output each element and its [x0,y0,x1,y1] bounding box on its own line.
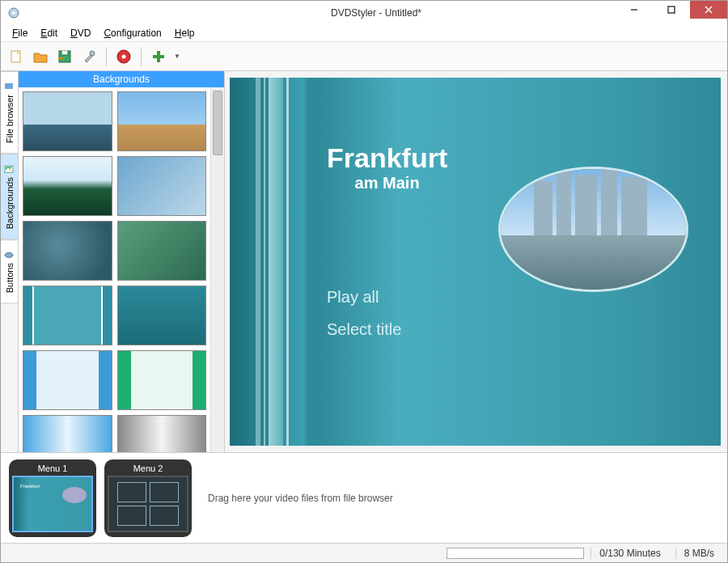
close-button[interactable] [690,1,727,19]
decor-stripe [269,78,283,446]
background-thumb[interactable] [117,156,207,216]
svg-rect-14 [6,83,14,89]
menu-thumb-1[interactable]: Menu 1 Frankfurt [9,459,96,537]
menu-help[interactable]: Help [168,26,201,40]
background-thumb[interactable] [23,415,112,452]
tab-buttons[interactable]: Buttons [1,239,18,303]
app-window: DVDStyler - Untitled* File Edit DVD Conf… [0,0,728,563]
image-icon [5,164,15,174]
app-icon [7,6,20,19]
burn-button[interactable] [113,46,134,67]
window-controls [616,1,727,19]
background-thumb[interactable] [117,415,207,452]
side-panel: Backgrounds [19,71,225,452]
timeline-strip[interactable]: Menu 1 Frankfurt Menu 2 Drag here your v… [1,452,727,543]
svg-rect-6 [11,51,20,62]
open-button[interactable] [30,46,51,67]
menu-title: Frankfurt [327,142,447,174]
background-thumb[interactable] [23,286,112,345]
titlebar: DVDStyler - Untitled* [1,1,727,25]
background-thumbnails [19,87,210,452]
svg-point-9 [90,51,95,56]
toolbar: ▼ [1,42,727,71]
side-tabs: File browser Backgrounds Buttons [1,71,19,452]
tab-file-browser[interactable]: File browser [1,71,18,154]
settings-button[interactable] [78,46,99,67]
side-scrollbar[interactable] [210,87,224,452]
svg-point-17 [6,252,14,257]
background-thumb[interactable] [23,156,112,216]
background-thumb[interactable] [23,91,112,151]
menu-configuration[interactable]: Configuration [97,26,167,40]
background-thumb[interactable] [117,286,207,345]
menu-thumb-preview [108,476,188,532]
menu-thumb-2[interactable]: Menu 2 [104,459,192,537]
menu-edit[interactable]: Edit [34,26,64,40]
scrollbar-thumb[interactable] [213,91,222,155]
background-thumb[interactable] [117,350,207,410]
toolbar-separator [106,47,107,66]
menu-thumb-preview: Frankfurt [12,476,93,532]
drop-hint: Drag here your video files from file bro… [208,493,393,504]
svg-rect-8 [61,51,68,55]
menu-preview-canvas[interactable]: Frankfurt am Main Play all Select title [230,78,721,446]
menu-thumb-label: Menu 1 [12,463,93,476]
maximize-button[interactable] [653,1,690,19]
menu-thumb-label: Menu 2 [108,463,188,476]
menu-subtitle: am Main [327,174,447,193]
decor-stripe [256,78,260,446]
menu-file[interactable]: File [6,26,34,40]
button-icon [5,250,15,260]
background-thumb[interactable] [117,91,207,151]
status-minutes: 0/130 Minutes [590,548,668,559]
add-button[interactable] [148,46,169,67]
tab-backgrounds[interactable]: Backgrounds [1,154,18,239]
decor-stripe [286,78,289,446]
statusbar: 0/130 Minutes 8 MB/s [1,543,727,562]
svg-rect-3 [668,6,675,13]
menu-link-play-all[interactable]: Play all [327,288,379,307]
save-button[interactable] [54,46,75,67]
background-thumb[interactable] [23,221,112,281]
menu-link-select-title[interactable]: Select title [327,320,401,339]
toolbar-separator-2 [141,47,142,66]
svg-point-11 [122,54,126,58]
folder-icon [5,82,15,91]
menu-dvd[interactable]: DVD [64,26,97,40]
background-thumb[interactable] [23,350,112,410]
main-area: File browser Backgrounds Buttons Backgro… [1,71,727,452]
decor-stripe [264,78,265,446]
preview-area: Frankfurt am Main Play all Select title [225,71,727,452]
svg-point-1 [12,11,15,15]
add-dropdown[interactable]: ▼ [172,53,182,60]
side-panel-header: Backgrounds [19,71,224,87]
new-project-button[interactable] [6,46,27,67]
menu-title-block[interactable]: Frankfurt am Main [327,142,447,193]
minimize-button[interactable] [616,1,653,19]
menubar: File Edit DVD Configuration Help [1,25,727,42]
status-bitrate: 8 MB/s [675,548,722,559]
disc-usage-bar [447,548,584,559]
menu-image-frame[interactable] [498,167,688,292]
background-thumb[interactable] [117,221,207,281]
